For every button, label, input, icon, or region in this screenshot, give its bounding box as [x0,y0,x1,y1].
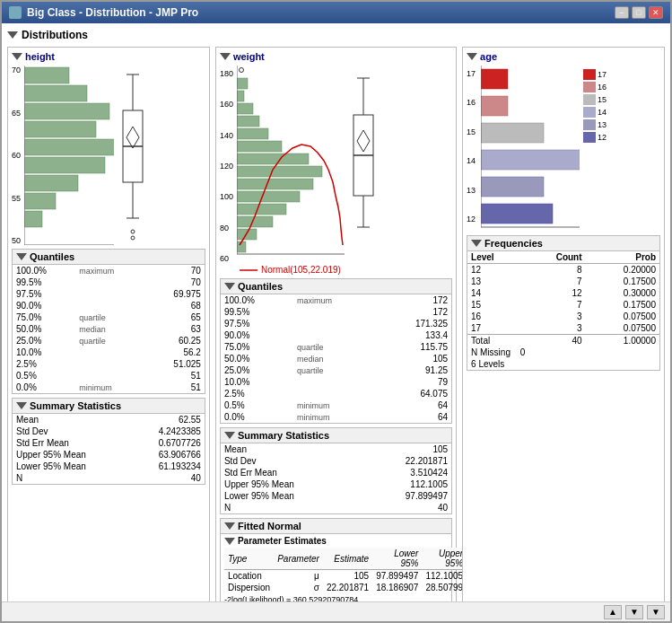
svg-rect-0 [24,67,69,83]
weight-quant-collapse[interactable] [224,283,235,290]
main-content: Distributions height 70 65 60 55 50 [2,23,670,601]
freq-collapse[interactable] [471,240,482,247]
table-row: 90.0%68 [13,300,205,312]
svg-rect-22 [237,91,244,101]
legend-label-16: 16 [598,83,607,92]
window-title: Big Class - Distribution - JMP Pro [27,6,198,19]
param-collapse[interactable] [224,538,235,545]
table-row: 1630.07500 [467,311,659,322]
height-y-65: 65 [12,109,21,118]
svg-rect-24 [237,116,259,127]
table-row: Dispersion σ 22.201871 18.186907 28.5079… [224,582,467,593]
panels-row: height 70 65 60 55 50 [7,47,665,601]
param-type-location: Location [224,570,274,583]
table-row: 0.5%minimum64 [221,399,451,411]
weight-collapse[interactable] [220,53,231,60]
table-row: 99.5%172 [221,306,451,318]
table-row: 75.0%quartile115.75 [221,341,451,353]
maximize-button[interactable]: □ [632,6,646,19]
age-label: age [480,51,497,62]
col-count: Count [524,251,586,264]
table-row: 100.0%maximum70 [13,265,205,276]
normal-dist-label: Normal(105,22.019) [261,265,341,275]
legend-label-14: 14 [598,108,607,117]
table-row: Upper 95% Mean112.1005 [221,478,451,490]
table-row: Lower 95% Mean61.193234 [13,461,205,472]
svg-rect-25 [237,128,268,139]
collapse-triangle[interactable] [7,31,18,39]
weight-summary-label: Summary Statistics [238,430,329,441]
svg-rect-47 [481,123,544,143]
table-row: 90.0%133.4 [221,329,451,341]
age-panel: age 17 16 15 14 13 12 [462,47,665,601]
age-y-labels: 17 16 15 14 13 12 [467,66,477,227]
table-row: Upper 95% Mean63.906766 [13,449,205,461]
fitted-collapse[interactable] [224,522,235,530]
svg-rect-7 [24,193,56,209]
table-row: 75.0%quartile65 [13,312,205,323]
menu-button[interactable]: ▼ [647,605,665,619]
status-bar: ▲ ▼ ▼ [2,601,670,621]
weight-sum-collapse[interactable] [224,432,235,439]
legend-17: 17 [583,69,607,80]
legend-color-14 [583,107,596,118]
height-summary-header: Summary Statistics [13,399,205,414]
table-row: Std Err Mean0.6707726 [13,437,205,449]
weight-quantiles-section: Quantiles 100.0%maximum172 99.5%172 97.5… [220,278,452,424]
svg-rect-29 [237,179,313,189]
log-likelihood: -2log(Likelihood) = 360.52920790784 [224,595,448,601]
svg-rect-8 [24,211,42,227]
height-chart: 70 65 60 55 50 [12,66,205,245]
age-legend: 17 16 15 14 [583,66,607,232]
param-type-dispersion: Dispersion [224,582,274,593]
weight-quantiles-table: 100.0%maximum172 99.5%172 97.5%171.325 9… [221,294,451,423]
height-sum-collapse[interactable] [16,402,27,409]
table-row: 10.0%79 [221,376,451,388]
height-summary-table: Mean62.55 Std Dev4.2423385 Std Err Mean0… [13,414,205,484]
height-y-55: 55 [12,194,21,203]
svg-rect-23 [237,103,253,114]
svg-rect-49 [481,177,544,197]
scroll-down-button[interactable]: ▼ [625,605,643,619]
table-row: Type Parameter Estimate Lower 95% Upper … [224,548,467,570]
minimize-button[interactable]: − [615,6,629,19]
height-collapse[interactable] [12,53,22,60]
legend-13: 13 [583,119,607,130]
height-boxplot-svg [116,66,150,245]
legend-12: 12 [583,132,607,143]
col-level: Level [467,251,524,264]
age-collapse[interactable] [467,53,477,60]
table-row: N40 [13,472,205,484]
legend-16: 16 [583,82,607,92]
frequencies-header: Frequencies [467,236,659,251]
distributions-label: Distributions [22,29,88,41]
n-missing-row: N Missing 0 [467,347,659,358]
table-row: 97.5%69.975 [13,288,205,300]
table-row: Total401.00000 [467,335,659,347]
close-button[interactable]: ✕ [649,6,663,19]
legend-label-13: 13 [598,120,607,129]
param-estimates-section: Parameter Estimates Type Parameter Estim… [221,534,451,601]
table-row: Std Err Mean3.510424 [221,467,451,478]
svg-point-19 [131,236,135,240]
table-row: 25.0%quartile91.25 [221,364,451,376]
height-histogram-svg [24,66,114,245]
fitted-normal-section: Fitted Normal Parameter Estimates Type [220,518,452,601]
weight-chart: 180 160 140 120 100 80 60 [220,66,452,263]
age-title: age [467,51,660,62]
table-row: Mean105 [221,443,451,455]
svg-rect-30 [237,191,300,202]
table-row: N40 [221,502,451,513]
height-quantiles-header: Quantiles [13,250,205,265]
table-row: 0.0%minimum64 [221,411,451,423]
height-quant-collapse[interactable] [16,253,27,260]
table-row: 99.5%70 [13,276,205,288]
legend-color-16 [583,82,596,92]
table-row: 0.0%minimum51 [13,382,205,393]
weight-panel: weight 180 160 140 120 100 80 60 [215,47,457,601]
fitted-normal-header: Fitted Normal [221,519,451,534]
scroll-up-button[interactable]: ▲ [604,605,622,619]
n-levels-val: 6 Levels [471,359,504,369]
normal-legend-icon [240,267,257,274]
table-row: 97.5%171.325 [221,318,451,329]
